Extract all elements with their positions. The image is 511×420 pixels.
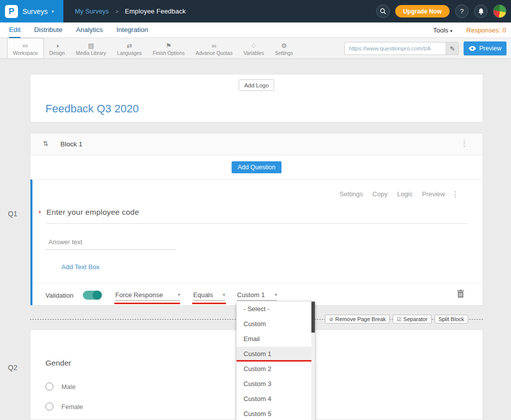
bell-icon [478,8,484,15]
tab-edit[interactable]: Edit [9,22,20,38]
survey-title[interactable]: Feedback Q3 2020 [45,102,139,115]
dropdown-option-label: Custom 1 [244,350,271,358]
toolbar-item-label: Languages [117,50,142,56]
toolbar-items: ≔ Workspace ◑ Design ▤ Media Library ⇄ L… [7,38,298,59]
remove-page-break-icon: ⊘ [329,317,333,322]
annotation-underline [192,303,226,304]
topbar: P Surveys ▾ My Surveys > Employee Feedba… [0,0,511,22]
tools-menu[interactable]: Tools ▾ [433,26,453,34]
radio-button[interactable] [45,383,53,391]
help-button[interactable]: ? [455,4,469,18]
block-header: ⇅ Block 1 ⋮ [30,133,483,155]
question-number-q2: Q2 [8,364,17,372]
toolbar-item-label: Finish Options [153,50,185,56]
product-name: Surveys [22,7,48,15]
validation-type-select[interactable]: Custom 1 ▾ [237,289,277,301]
preview-button[interactable]: Preview [464,41,507,55]
editor-toolbar: ≔ Workspace ◑ Design ▤ Media Library ⇄ L… [0,38,511,59]
operator-select[interactable]: Equals ▾ [193,289,225,301]
tools-label: Tools [433,26,448,34]
operator-value: Equals [193,291,213,299]
survey-header-card: Add Logo Feedback Q3 2020 [30,74,483,122]
pencil-icon: ✎ [450,45,455,52]
answer-input-line [46,249,175,250]
tag-icon: ♢ [251,42,257,49]
validation-type-value: Custom 1 [237,291,265,299]
dropdown-option-email[interactable]: Email [237,332,315,347]
block-menu-icon[interactable]: ⋮ [461,139,469,148]
question-logic-link[interactable]: Logic [397,190,413,198]
question-text[interactable]: Enter your employee code [46,208,139,217]
breadcrumb-my-surveys[interactable]: My Surveys [75,7,109,15]
dropdown-option-custom-3[interactable]: Custom 3 [237,377,315,392]
dropdown-option-custom-1[interactable]: Custom 1 [237,347,315,362]
radio-button[interactable] [45,403,53,411]
dropdown-option-custom-4[interactable]: Custom 4 [237,392,315,407]
separator-button[interactable]: ☑ Separator [393,315,431,324]
nav-tabs: Edit Distribute Analytics Integration [9,22,148,38]
remove-page-break-button[interactable]: ⊘ Remove Page Break [325,315,390,324]
breadcrumb-separator-icon: > [115,8,118,14]
force-response-select[interactable]: Force Response ▾ [115,289,180,301]
add-question-button[interactable]: Add Question [232,161,281,173]
add-logo-button[interactable]: Add Logo [239,79,274,91]
toolbar-item-media-library[interactable]: ▤ Media Library [70,38,112,59]
dropdown-option-custom-2[interactable]: Custom 2 [237,362,315,377]
notifications-button[interactable] [474,4,488,18]
dropdown-option-select[interactable]: - Select - [237,302,315,317]
scrollbar-thumb[interactable] [311,302,315,333]
toolbar-item-label: Variables [244,50,264,56]
answer-option-female: Female [45,403,83,411]
toolbar-item-label: Workspace [13,50,38,56]
search-icon [380,8,386,14]
validation-type-dropdown: - Select - Custom Email Custom 1 Custom … [237,302,315,420]
validation-toggle[interactable] [83,291,102,300]
toolbar-item-advance-quotas[interactable]: ∞ Advance Quotas [190,38,238,59]
survey-url-input[interactable] [344,42,446,55]
edit-url-button[interactable]: ✎ [446,42,459,55]
survey-url-group: ✎ [344,42,459,55]
answer-placeholder[interactable]: Answer text [48,238,82,246]
split-block-button[interactable]: Split Block [435,315,468,324]
dropdown-option-custom[interactable]: Custom [237,317,315,332]
validation-label: Validation [45,292,73,299]
toggle-knob [93,291,102,300]
main-nav: Edit Distribute Analytics Integration To… [0,22,511,38]
delete-question-button[interactable] [457,290,464,298]
remove-page-break-label: Remove Page Break [335,316,386,322]
design-icon: ◑ [55,42,59,49]
question-menu-icon[interactable]: ⋮ [452,190,460,199]
product-switcher[interactable]: P Surveys ▾ [0,0,63,22]
page-break-actions: ⊘ Remove Page Break ☑ Separator Split Bl… [325,315,468,324]
toolbar-item-settings[interactable]: ⚙ Settings [269,38,298,59]
tab-distribute[interactable]: Distribute [34,22,62,38]
upgrade-now-button[interactable]: Upgrade Now [395,5,450,17]
avatar[interactable] [493,4,507,18]
add-text-box-link[interactable]: Add Text Box [61,263,99,271]
question-copy-link[interactable]: Copy [372,190,387,198]
toolbar-item-languages[interactable]: ⇄ Languages [112,38,148,59]
question-text[interactable]: Gender [45,359,71,368]
tab-analytics[interactable]: Analytics [76,22,103,38]
toolbar-item-workspace[interactable]: ≔ Workspace [7,38,44,59]
split-block-label: Split Block [439,316,464,322]
scrollbar-track[interactable] [311,302,315,420]
block-title: Block 1 [60,140,82,148]
question-preview-link[interactable]: Preview [422,190,445,198]
collapse-block-icon[interactable]: ⇅ [43,140,48,147]
question-settings-link[interactable]: Settings [339,190,363,198]
dropdown-option-custom-5[interactable]: Custom 5 [237,407,315,420]
questionpro-logo-icon[interactable]: P [5,5,18,18]
search-button[interactable] [376,4,390,18]
toolbar-item-variables[interactable]: ♢ Variables [238,38,269,59]
chevron-down-icon: ▾ [178,292,180,297]
responses-count[interactable]: Responses: 0 [467,26,507,34]
tab-integration[interactable]: Integration [116,22,148,38]
toolbar-item-label: Advance Quotas [196,50,233,56]
toolbar-item-finish-options[interactable]: ⚑ Finish Options [147,38,190,59]
toolbar-item-design[interactable]: ◑ Design [44,38,70,59]
chevron-down-icon: ▾ [450,28,453,33]
toolbar-item-label: Design [49,50,65,56]
question-underline [46,223,468,224]
question-actions: Settings Copy Logic Preview [339,190,445,198]
